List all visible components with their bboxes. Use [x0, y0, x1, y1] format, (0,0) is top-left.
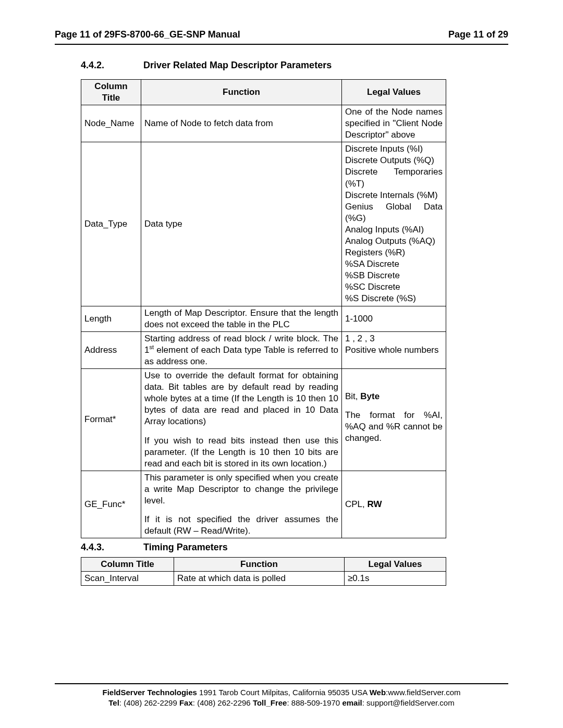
- legal-value-bold: Byte: [360, 391, 380, 401]
- section-442-heading: 4.4.2. Driver Related Map Descriptor Par…: [81, 59, 508, 71]
- cell-function: This parameter is only specified when yo…: [141, 471, 342, 538]
- table-header-row: Column Title Function Legal Values: [81, 79, 446, 105]
- footer-tel-label: Tel: [108, 698, 119, 707]
- cell-legal-values: Discrete Inputs (%I) Discrete Outputs (%…: [342, 142, 446, 306]
- header-right: Page 11 of 29: [448, 29, 508, 41]
- section-443-number: 4.4.3.: [81, 541, 143, 553]
- document-page: Page 11 of 29FS-8700-66_GE-SNP Manual Pa…: [0, 0, 563, 728]
- footer-email-label: email: [342, 698, 362, 707]
- cell-legal-values: ≥0.1s: [345, 571, 446, 585]
- table-row: Scan_Interval Rate at which data is poll…: [81, 571, 446, 585]
- footer-line-1: FieldServer Technologies 1991 Tarob Cour…: [55, 687, 508, 698]
- legal-value-line: Discrete Inputs (%I): [345, 143, 443, 155]
- cell-col-title: Node_Name: [81, 105, 141, 142]
- table-row: Node_Name Name of Node to fetch data fro…: [81, 105, 446, 142]
- table-row: Length Length of Map Descriptor. Ensure …: [81, 306, 446, 331]
- driver-params-table: Column Title Function Legal Values Node_…: [81, 79, 446, 538]
- cell-legal-values: CPL, RW: [342, 471, 446, 538]
- footer-email-value: : support@fieldServer.com: [362, 698, 455, 707]
- legal-value-line: Positive whole numbers: [345, 344, 443, 356]
- cell-function: Name of Node to fetch data from: [141, 105, 342, 142]
- cell-paragraph: If you wish to read bits instead then us…: [144, 435, 338, 470]
- legal-value-line: Genius Global Data (%G): [345, 201, 443, 224]
- th-function: Function: [174, 557, 345, 571]
- cell-text-post: element of each Data type Table is refer…: [144, 345, 338, 366]
- table-header-row: Column Title Function Legal Values: [81, 557, 446, 571]
- cell-function: Data type: [141, 142, 342, 306]
- cell-col-title: Format*: [81, 369, 141, 471]
- cell-function: Use to override the default format for o…: [141, 369, 342, 471]
- section-442-title: Driver Related Map Descriptor Parameters: [143, 59, 332, 71]
- legal-value-line: %SA Discrete: [345, 258, 443, 270]
- legal-value-pre: Bit,: [345, 391, 360, 401]
- cell-col-title: Scan_Interval: [81, 571, 174, 585]
- page-header: Page 11 of 29FS-8700-66_GE-SNP Manual Pa…: [55, 29, 508, 45]
- legal-value-line: Registers (%R): [345, 247, 443, 258]
- legal-value-line: %SB Discrete: [345, 270, 443, 281]
- cell-legal-values: Bit, Byte The format for %AI, %AQ and %R…: [342, 369, 446, 471]
- legal-value-line: Discrete Temporaries (%T): [345, 166, 443, 189]
- footer-tollfree-label: Toll_Free: [253, 698, 287, 707]
- th-function: Function: [141, 79, 342, 105]
- page-footer: FieldServer Technologies 1991 Tarob Cour…: [55, 683, 508, 709]
- table-row: GE_Func* This parameter is only specifie…: [81, 471, 446, 538]
- ordinal-superscript: st: [149, 344, 154, 350]
- cell-paragraph: This parameter is only specified when yo…: [144, 472, 338, 507]
- cell-col-title: Data_Type: [81, 142, 141, 306]
- footer-company: FieldServer Technologies: [103, 688, 197, 697]
- th-legal-values: Legal Values: [342, 79, 446, 105]
- th-column-title: Column Title: [81, 557, 174, 571]
- cell-col-title: Address: [81, 331, 141, 368]
- table-row: Data_Type Data type Discrete Inputs (%I)…: [81, 142, 446, 306]
- cell-col-title: Length: [81, 306, 141, 331]
- cell-legal-values: 1 , 2 , 3 Positive whole numbers: [342, 331, 446, 368]
- footer-tel-value: : (408) 262-2299: [119, 698, 179, 707]
- footer-fax-value: : (408) 262-2296: [193, 698, 253, 707]
- cell-function: Starting address of read block / write b…: [141, 331, 342, 368]
- cell-function: Rate at which data is polled: [174, 571, 345, 585]
- timing-params-table: Column Title Function Legal Values Scan_…: [81, 557, 446, 586]
- cell-paragraph: If it is not specified the driver assume…: [144, 514, 338, 537]
- section-443-title: Timing Parameters: [143, 541, 228, 553]
- section-443-heading: 4.4.3. Timing Parameters: [81, 541, 508, 553]
- cell-legal-values: One of the Node names specified in "Clie…: [342, 105, 446, 142]
- footer-web-value: :www.fieldServer.com: [386, 688, 460, 697]
- legal-value-line: Discrete Outputs (%Q): [345, 155, 443, 166]
- cell-legal-values: 1-1000: [342, 306, 446, 331]
- cell-col-title: GE_Func*: [81, 471, 141, 538]
- legal-value-bold: RW: [368, 499, 382, 509]
- legal-value-line: Analog Outputs (%AQ): [345, 236, 443, 247]
- cell-paragraph: Use to override the default format for o…: [144, 370, 338, 427]
- th-column-title: Column Title: [81, 79, 141, 105]
- header-left: Page 11 of 29FS-8700-66_GE-SNP Manual: [55, 29, 240, 41]
- table-row: Format* Use to override the default form…: [81, 369, 446, 471]
- legal-value-line: %SC Discrete: [345, 281, 443, 293]
- legal-value-line: Bit, Byte: [345, 391, 443, 402]
- section-442-number: 4.4.2.: [81, 59, 143, 71]
- legal-value-line: Discrete Internals (%M): [345, 190, 443, 201]
- legal-value-line: The format for %AI, %AQ and %R cannot be…: [345, 410, 443, 444]
- footer-tollfree-value: : 888-509-1970: [287, 698, 342, 707]
- legal-value-line: Analog Inputs (%AI): [345, 224, 443, 236]
- legal-value-line: %S Discrete (%S): [345, 293, 443, 304]
- footer-line-2: Tel: (408) 262-2299 Fax: (408) 262-2296 …: [55, 698, 508, 708]
- footer-web-label: Web: [370, 688, 386, 697]
- legal-value-line: 1 , 2 , 3: [345, 333, 443, 344]
- legal-value-pre: CPL,: [345, 499, 368, 509]
- table-row: Address Starting address of read block /…: [81, 331, 446, 368]
- footer-fax-label: Fax: [179, 698, 193, 707]
- cell-function: Length of Map Descriptor. Ensure that th…: [141, 306, 342, 331]
- footer-address: 1991 Tarob Court Milpitas, California 95…: [197, 688, 370, 697]
- th-legal-values: Legal Values: [345, 557, 446, 571]
